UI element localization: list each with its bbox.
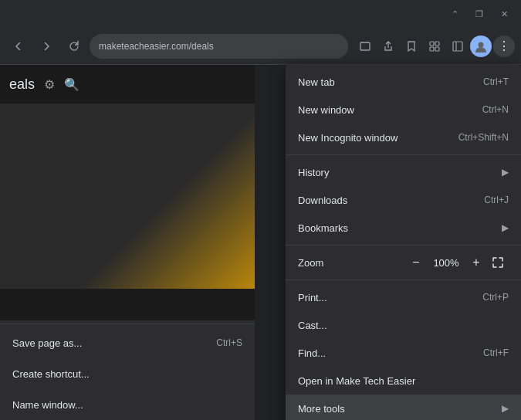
more-tools-label: More tools	[298, 403, 496, 415]
forward-button[interactable]	[34, 34, 59, 59]
print-item[interactable]: Print... Ctrl+P	[286, 283, 521, 311]
chrome-menu-button[interactable]: ⋮	[493, 36, 515, 57]
svg-rect-3	[430, 47, 434, 51]
new-incognito-label: New Incognito window	[298, 132, 446, 144]
new-tab-label: New tab	[298, 76, 471, 88]
more-tools-item[interactable]: More tools ▶	[286, 395, 521, 420]
separator-1	[286, 154, 521, 155]
zoom-label: Zoom	[298, 257, 405, 269]
bookmarks-label: Bookmarks	[298, 222, 496, 234]
bookmarks-item[interactable]: Bookmarks ▶	[286, 214, 521, 242]
sidebar-button[interactable]	[447, 36, 469, 57]
close-button[interactable]: ✕	[495, 5, 513, 23]
svg-rect-2	[435, 42, 439, 46]
zoom-row: Zoom − 100% +	[286, 249, 521, 276]
open-in-mte-label: Open in Make Tech Easier	[298, 375, 509, 387]
context-menu: New tab Ctrl+T New window Ctrl+N New Inc…	[286, 65, 521, 420]
history-item[interactable]: History ▶	[286, 158, 521, 186]
open-in-mte-item[interactable]: Open in Make Tech Easier	[286, 367, 521, 395]
zoom-value: 100%	[427, 257, 465, 269]
find-item[interactable]: Find... Ctrl+F	[286, 339, 521, 367]
screen-capture-button[interactable]	[354, 36, 376, 57]
new-window-label: New window	[298, 104, 470, 116]
downloads-label: Downloads	[298, 195, 472, 206]
zoom-out-button[interactable]: −	[405, 252, 427, 273]
separator	[0, 323, 255, 324]
reload-button[interactable]	[62, 34, 86, 59]
cast-label: Cast...	[298, 320, 509, 331]
svg-rect-1	[430, 42, 434, 46]
back-button[interactable]	[6, 34, 31, 59]
submenu-items: Save page as... Ctrl+S Create shortcut..…	[0, 320, 255, 420]
page-title: eals	[9, 76, 35, 93]
save-page-as-shortcut: Ctrl+S	[216, 337, 242, 348]
new-window-item[interactable]: New window Ctrl+N	[286, 96, 521, 124]
downloads-item[interactable]: Downloads Ctrl+J	[286, 186, 521, 214]
create-shortcut-label: Create shortcut...	[12, 368, 90, 380]
find-shortcut: Ctrl+F	[483, 347, 509, 358]
share-button[interactable]	[377, 36, 399, 57]
save-page-as-item[interactable]: Save page as... Ctrl+S	[0, 327, 255, 358]
cast-item[interactable]: Cast...	[286, 311, 521, 339]
bookmark-button[interactable]	[401, 36, 422, 57]
toolbar-actions: ⋮	[354, 36, 515, 57]
more-tools-arrow: ▶	[502, 403, 509, 414]
downloads-shortcut: Ctrl+J	[484, 195, 509, 205]
new-tab-item[interactable]: New tab Ctrl+T	[286, 68, 521, 96]
svg-rect-0	[360, 42, 370, 50]
svg-rect-5	[453, 42, 462, 51]
page-content: eals ⚙ 🔍 Save page as... Ctrl+S Create s…	[0, 65, 255, 420]
new-window-shortcut: Ctrl+N	[482, 104, 509, 115]
print-shortcut: Ctrl+P	[482, 292, 509, 303]
bookmarks-arrow: ▶	[502, 222, 509, 233]
new-tab-shortcut: Ctrl+T	[483, 76, 509, 87]
save-page-as-label: Save page as...	[12, 337, 82, 349]
separator-3	[286, 279, 521, 280]
separator-2	[286, 245, 521, 246]
profile-avatar[interactable]	[470, 36, 492, 57]
title-bar: ⌃ ❒ ✕	[0, 0, 521, 28]
fullscreen-button[interactable]	[487, 252, 509, 273]
address-bar[interactable]: maketeacheasier.com/deals	[90, 34, 348, 59]
minimize-button[interactable]: ⌃	[445, 5, 464, 23]
svg-point-7	[479, 42, 484, 47]
page-hero-image	[0, 103, 255, 289]
search-icon[interactable]: 🔍	[64, 77, 80, 92]
extensions-button[interactable]	[424, 36, 445, 57]
history-label: History	[298, 167, 496, 178]
print-label: Print...	[298, 292, 470, 303]
create-shortcut-item[interactable]: Create shortcut...	[0, 358, 255, 389]
page-topbar: eals ⚙ 🔍	[0, 65, 255, 103]
new-incognito-item[interactable]: New Incognito window Ctrl+Shift+N	[286, 124, 521, 151]
find-label: Find...	[298, 347, 471, 359]
name-window-label: Name window...	[12, 399, 83, 411]
name-window-item[interactable]: Name window...	[0, 389, 255, 420]
svg-rect-4	[435, 47, 439, 51]
history-arrow: ▶	[502, 167, 509, 178]
settings-icon[interactable]: ⚙	[44, 77, 55, 92]
zoom-in-button[interactable]: +	[465, 252, 487, 273]
restore-button[interactable]: ❒	[470, 5, 489, 23]
new-incognito-shortcut: Ctrl+Shift+N	[458, 132, 509, 143]
browser-window: ⌃ ❒ ✕ maketeacheasier.com/deals	[0, 0, 521, 420]
browser-toolbar: maketeacheasier.com/deals	[0, 28, 521, 65]
